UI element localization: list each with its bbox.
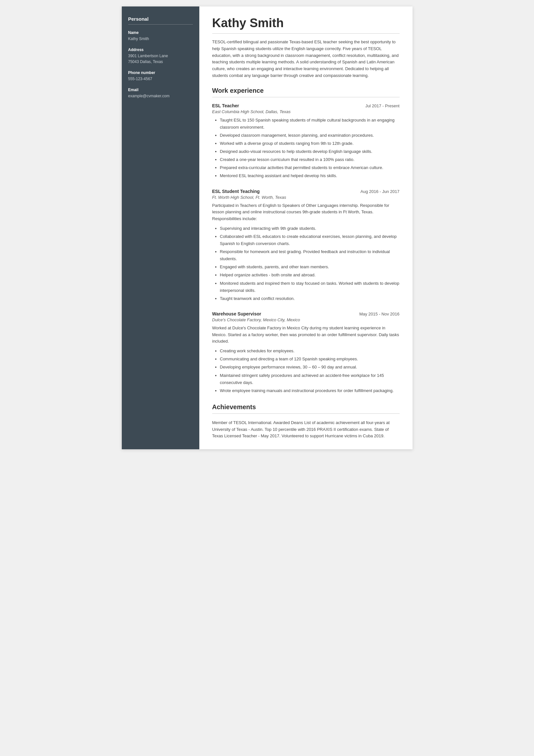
sidebar-name-value: Kathy Smith xyxy=(128,36,193,42)
job-2-dates: Aug 2016 - Jun 2017 xyxy=(361,189,400,194)
job-1-title: ESL Teacher xyxy=(212,103,240,108)
list-item: Creating work schedules for employees. xyxy=(220,347,400,355)
list-item: Taught teamwork and conflict resolution. xyxy=(220,295,400,302)
list-item: Developed classroom management, lesson p… xyxy=(220,132,400,139)
list-item: Collaborated with ESL educators to creat… xyxy=(220,233,400,247)
job-1: ESL Teacher Jul 2017 - Present East Colu… xyxy=(212,103,400,180)
job-2: ESL Student Teaching Aug 2016 - Jun 2017… xyxy=(212,189,400,302)
list-item: Responsible for homework and test gradin… xyxy=(220,248,400,262)
job-2-title: ESL Student Teaching xyxy=(212,189,260,194)
list-item: Communicating and directing a team of 12… xyxy=(220,356,400,363)
work-experience-title: Work experience xyxy=(212,87,400,94)
achievements-title: Achievements xyxy=(212,403,400,411)
job-2-header: ESL Student Teaching Aug 2016 - Jun 2017 xyxy=(212,189,400,194)
sidebar-phone-value: 555-123-4567 xyxy=(128,76,193,82)
sidebar-field-phone: Phone number 555-123-4567 xyxy=(128,70,193,82)
main-content: Kathy Smith TESOL-certified bilingual an… xyxy=(199,7,413,449)
job-2-company: Ft. Worth High School, Ft. Worth, Texas xyxy=(212,195,400,200)
achievements-divider xyxy=(212,413,400,414)
job-1-bullets: Taught ESL to 150 Spanish speaking stude… xyxy=(212,117,400,180)
sidebar-phone-label: Phone number xyxy=(128,70,193,75)
sidebar-address-label: Address xyxy=(128,47,193,52)
sidebar-field-address: Address 3901 Lambertson Lane75043 Dallas… xyxy=(128,47,193,65)
list-item: Wrote employee training manuals and inst… xyxy=(220,387,400,394)
sidebar-address-value: 3901 Lambertson Lane75043 Dallas, Texas xyxy=(128,53,193,65)
job-3: Warehouse Supervisor May 2015 - Nov 2016… xyxy=(212,311,400,394)
job-3-header: Warehouse Supervisor May 2015 - Nov 2016 xyxy=(212,311,400,316)
list-item: Monitored students and inspired them to … xyxy=(220,280,400,294)
summary-text: TESOL-certified bilingual and passionate… xyxy=(212,39,400,79)
job-3-dates: May 2015 - Nov 2016 xyxy=(359,311,399,316)
sidebar-section-title: Personal xyxy=(128,16,193,25)
list-item: Supervising and interacting with 9th gra… xyxy=(220,225,400,232)
list-item: Developing employee performance reviews,… xyxy=(220,364,400,371)
list-item: Taught ESL to 150 Spanish speaking stude… xyxy=(220,117,400,131)
work-divider xyxy=(212,97,400,97)
list-item: Maintained stringent safety procedures a… xyxy=(220,372,400,386)
sidebar-email-label: Email xyxy=(128,88,193,92)
name-divider xyxy=(212,33,400,34)
list-item: Prepared extra-curricular activities tha… xyxy=(220,164,400,171)
achievements-text: Member of TESOL International. Awarded D… xyxy=(212,419,400,440)
job-1-company: East Columbia High School, Dallas, Texas xyxy=(212,109,400,114)
list-item: Worked with a diverse group of students … xyxy=(220,140,400,147)
sidebar-field-name: Name Kathy Smith xyxy=(128,30,193,42)
candidate-name: Kathy Smith xyxy=(212,16,400,30)
job-3-description: Worked at Dulce's Chocolate Factory in M… xyxy=(212,325,400,345)
job-3-bullets: Creating work schedules for employees. C… xyxy=(212,347,400,394)
job-1-header: ESL Teacher Jul 2017 - Present xyxy=(212,103,400,108)
list-item: Mentored ESL teaching assistant and help… xyxy=(220,172,400,179)
job-3-company: Dulce's Chocolate Factory, Mexico City, … xyxy=(212,317,400,322)
resume-container: Personal Name Kathy Smith Address 3901 L… xyxy=(122,7,413,449)
job-2-description: Participated in Teachers of English to S… xyxy=(212,202,400,222)
job-1-dates: Jul 2017 - Present xyxy=(365,103,400,108)
list-item: Designed audio-visual resources to help … xyxy=(220,148,400,155)
sidebar: Personal Name Kathy Smith Address 3901 L… xyxy=(122,7,199,449)
list-item: Engaged with students, parents, and othe… xyxy=(220,263,400,271)
sidebar-email-value: example@cvmaker.com xyxy=(128,93,193,99)
job-3-title: Warehouse Supervisor xyxy=(212,311,261,316)
sidebar-field-email: Email example@cvmaker.com xyxy=(128,88,193,99)
job-2-bullets: Supervising and interacting with 9th gra… xyxy=(212,225,400,302)
list-item: Created a one-year lesson curriculum tha… xyxy=(220,156,400,163)
list-item: Helped organize activities - both onsite… xyxy=(220,272,400,279)
sidebar-name-label: Name xyxy=(128,30,193,35)
